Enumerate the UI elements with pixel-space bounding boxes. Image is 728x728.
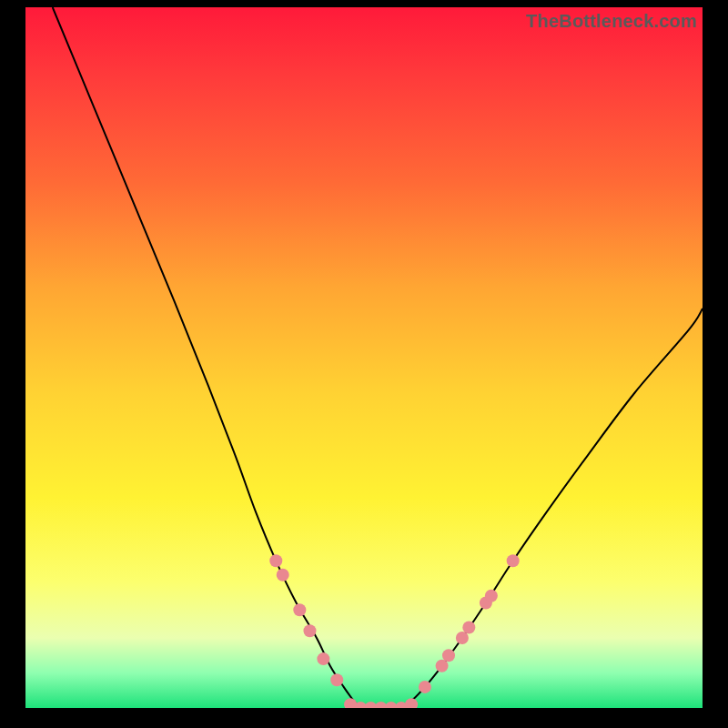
gradient-plot-area [25, 7, 703, 708]
watermark-text: TheBottleneck.com [526, 11, 697, 32]
